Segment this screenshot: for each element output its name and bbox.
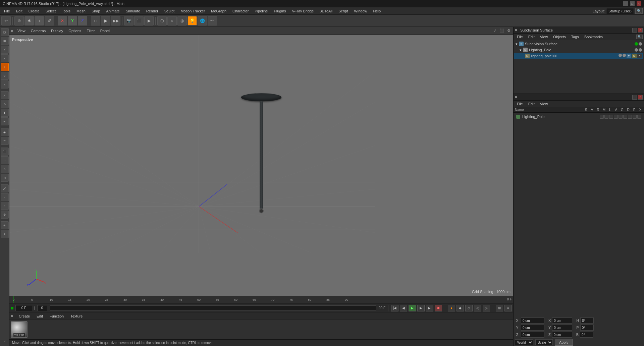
brush-button[interactable]: 🖌 — [1, 184, 9, 192]
x-axis-button[interactable]: ✕ — [58, 16, 67, 25]
coord-x2-input[interactable] — [552, 318, 572, 324]
viewport-display-menu[interactable]: Display — [49, 28, 65, 34]
cube-button[interactable]: ⬛ — [1, 148, 9, 156]
sphere-button[interactable]: ○ — [1, 156, 9, 164]
menu-script[interactable]: Script — [336, 8, 351, 14]
menu-edit[interactable]: Edit — [13, 8, 25, 14]
menu-vray-bridge[interactable]: V-Ray Bridge — [289, 8, 317, 14]
timeline-scroll[interactable] — [50, 305, 376, 311]
om-dot-lp-s[interactable] — [635, 48, 638, 52]
extrude-button[interactable]: ⬆ — [1, 109, 9, 117]
viewport-maximize-button[interactable]: ⤢ — [492, 28, 498, 34]
frame-counter-input[interactable] — [37, 305, 47, 311]
om-dot-v[interactable] — [639, 42, 642, 46]
motion-mode-button[interactable]: ⊞ — [496, 305, 503, 311]
viewport-panel-menu[interactable]: Panel — [98, 28, 112, 34]
om-search-button[interactable]: 🔍 — [636, 35, 643, 39]
keyframe-button[interactable]: ◆ — [457, 305, 464, 311]
om-objects-menu[interactable]: Objects — [551, 34, 568, 40]
play-button[interactable]: ▶ — [409, 305, 416, 311]
coord-y2-input[interactable] — [552, 325, 572, 331]
om-dot-001-v[interactable] — [623, 54, 626, 57]
menu-render[interactable]: Render — [144, 8, 161, 14]
menu-motion-tracker[interactable]: Motion Tracker — [178, 8, 208, 14]
maximize-button[interactable]: □ — [630, 1, 635, 6]
menu-file[interactable]: File — [1, 8, 13, 14]
coord-x-input[interactable] — [521, 318, 544, 324]
viewport-settings-button[interactable]: ⚙ — [506, 28, 512, 34]
viewport-view-menu[interactable]: View — [15, 28, 28, 34]
menu-help[interactable]: Help — [371, 8, 384, 14]
coord-z-input[interactable] — [521, 332, 544, 338]
playback-button[interactable]: ▶ — [144, 16, 154, 25]
move-tool-button[interactable]: ↕ — [1, 63, 9, 71]
rotate-button[interactable]: ↺ — [45, 16, 54, 25]
material-edit-menu[interactable]: Edit — [35, 313, 45, 319]
render-to-picture-button[interactable]: ▶ — [101, 16, 110, 25]
om-row-subdivision[interactable]: ▾ S Subdivision Surface — [514, 41, 643, 47]
step-forward-button[interactable]: ▶ — [417, 305, 425, 311]
viewport-canvas[interactable]: Perspective Grid Spacing : 1000 cm X Y Z — [9, 35, 513, 296]
menu-simulate[interactable]: Simulate — [123, 8, 143, 14]
coord-p-input[interactable] — [580, 325, 594, 331]
line-cut-button[interactable]: ╱ — [1, 91, 9, 99]
polygon-mode-button[interactable]: ▦ — [1, 37, 9, 45]
record-animation-button[interactable]: ⏺ — [435, 305, 442, 311]
menu-3dtoall[interactable]: 3DToAll — [317, 8, 335, 14]
light-button[interactable]: 💡 — [187, 16, 197, 25]
background-button[interactable]: ◎ — [177, 16, 187, 25]
spline-button[interactable]: 〜 — [1, 137, 9, 145]
om-row-lighting-pole[interactable]: ▾ N Lighting_Pole — [514, 47, 643, 53]
menu-mograph[interactable]: MoGraph — [208, 8, 229, 14]
go-to-end-button[interactable]: ▶| — [426, 305, 433, 311]
menu-pipeline[interactable]: Pipeline — [252, 8, 270, 14]
go-to-start-button[interactable]: |◀ — [391, 305, 398, 311]
menu-sculpt[interactable]: Sculpt — [162, 8, 177, 14]
om-close-button[interactable]: ✕ — [638, 28, 643, 33]
edge-mode-button[interactable]: ╱ — [1, 46, 9, 54]
menu-snap[interactable]: Snap — [89, 8, 103, 14]
auto-keyframe-button[interactable]: ● — [448, 305, 455, 311]
mm-view-menu[interactable]: View — [538, 101, 550, 107]
apply-button[interactable]: Apply — [555, 339, 573, 346]
current-frame-input[interactable] — [15, 305, 32, 311]
coord-h-input[interactable] — [580, 318, 594, 324]
y-axis-button[interactable]: Y — [68, 16, 77, 25]
new-object-button[interactable]: ⊕ — [14, 16, 24, 25]
next-keyframe-button[interactable]: ▷ — [483, 305, 490, 311]
step-back-button[interactable]: ◀ — [400, 305, 407, 311]
viewport-cameras-menu[interactable]: Cameras — [29, 28, 48, 34]
menu-animate[interactable]: Animate — [104, 8, 122, 14]
record-button[interactable]: ⬛ — [134, 16, 144, 25]
viewport-options-menu[interactable]: Options — [66, 28, 83, 34]
globe-button[interactable]: 🌐 — [198, 16, 207, 25]
om-edit-menu[interactable]: Edit — [526, 34, 537, 40]
material-tag-button[interactable]: ◉ — [1, 128, 9, 136]
prev-keyframe-button[interactable]: ◁ — [474, 305, 481, 311]
coord-b-input[interactable] — [580, 332, 593, 338]
om-tags-menu[interactable]: Tags — [569, 34, 581, 40]
coord-scale-select[interactable]: Scale — [535, 339, 553, 345]
menu-window[interactable]: Window — [351, 8, 370, 14]
minimize-button[interactable]: ─ — [623, 1, 628, 6]
animation-layer-button[interactable]: ≡ — [504, 305, 512, 311]
cylinder-button[interactable]: ⊓ — [1, 174, 9, 182]
om-minimize-button[interactable]: ─ — [632, 28, 637, 33]
om-dot-001-s[interactable] — [619, 54, 622, 57]
smooth-button[interactable]: ≋ — [1, 117, 9, 125]
viewport-render-button[interactable]: ⬛ — [499, 28, 505, 34]
render-settings-button[interactable]: □ — [91, 16, 100, 25]
menu-mesh[interactable]: Mesh — [74, 8, 88, 14]
mat-row-lighting-pole[interactable]: Lighting_Pole — [515, 114, 643, 119]
bevel-button[interactable]: ◇ — [1, 100, 9, 108]
extra-tool-1[interactable]: ⊘ — [1, 221, 9, 229]
sky-button[interactable]: ○ — [167, 16, 177, 25]
viewport-filter-menu[interactable]: Filter — [85, 28, 97, 34]
knife-button[interactable]: ∕ — [1, 202, 9, 210]
menu-select[interactable]: Select — [43, 8, 59, 14]
undo-button[interactable]: ↩ — [1, 16, 11, 25]
coord-space-select[interactable]: World Object — [515, 339, 533, 345]
timeline-playhead[interactable] — [13, 296, 13, 303]
point-mode-button[interactable]: · — [1, 54, 9, 62]
mm-file-menu[interactable]: File — [515, 101, 525, 107]
